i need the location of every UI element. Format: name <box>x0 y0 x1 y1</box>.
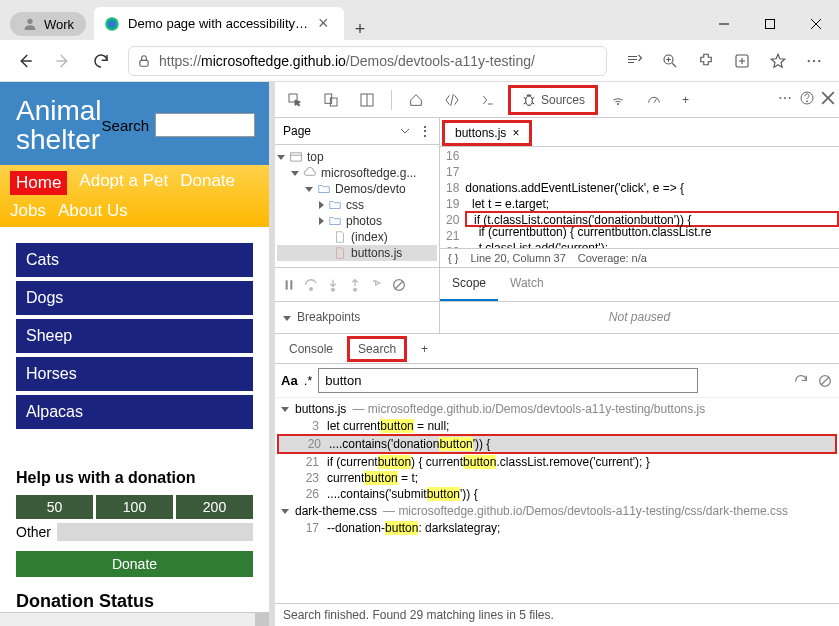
result-line[interactable]: 21if (currentbutton) { currentbutton.cla… <box>277 454 837 470</box>
nav-home[interactable]: Home <box>10 171 67 195</box>
minimize-button[interactable] <box>701 8 747 40</box>
back-button[interactable] <box>8 44 42 78</box>
svg-rect-27 <box>291 153 302 161</box>
refresh-button[interactable] <box>84 44 118 78</box>
nav-adopt[interactable]: Adopt a Pet <box>79 171 168 195</box>
code-editor[interactable]: 1617181920212223 donations.addEventListe… <box>440 147 839 248</box>
address-bar[interactable]: https://microsoftedge.github.io/Demos/de… <box>128 46 607 76</box>
help-icon[interactable] <box>799 90 815 109</box>
step-over-icon[interactable] <box>303 277 319 293</box>
debug-controls <box>275 268 440 301</box>
profile-badge[interactable]: Work <box>10 12 86 36</box>
svg-point-10 <box>808 59 810 61</box>
svg-point-2 <box>108 20 116 28</box>
tree-origin[interactable]: microsoftedge.g... <box>321 166 416 180</box>
horse-button[interactable]: Horses <box>16 357 253 391</box>
watch-tab[interactable]: Watch <box>498 268 556 301</box>
sources-tab[interactable]: Sources <box>508 85 598 115</box>
tree-photos[interactable]: photos <box>346 214 382 228</box>
result-file-1[interactable]: buttons.js— microsoftedge.github.io/Demo… <box>277 400 837 418</box>
step-into-icon[interactable] <box>325 277 341 293</box>
amount-100[interactable]: 100 <box>96 495 173 519</box>
more-button[interactable] <box>797 44 831 78</box>
browser-tab[interactable]: Demo page with accessibility issu × <box>94 7 344 40</box>
tree-index[interactable]: (index) <box>351 230 388 244</box>
result-line[interactable]: 17--donation-button: darkslategray; <box>277 520 837 536</box>
tree-buttons[interactable]: buttons.js <box>351 246 402 260</box>
settings-more-icon[interactable] <box>777 90 793 109</box>
console-tab[interactable] <box>472 86 504 114</box>
search-input[interactable] <box>155 113 255 137</box>
result-line[interactable]: 3let currentbutton = null; <box>277 418 837 434</box>
more-tabs-button[interactable]: + <box>674 87 697 113</box>
file-tab-buttons[interactable]: buttons.js × <box>442 120 532 146</box>
cursor-position: Line 20, Column 37 <box>470 252 565 264</box>
favorites-button[interactable] <box>761 44 795 78</box>
breakpoints-section[interactable]: Breakpoints <box>297 310 360 324</box>
search-input-field[interactable] <box>318 368 698 393</box>
deactivate-icon[interactable] <box>391 277 407 293</box>
search-results: buttons.js— microsoftedge.github.io/Demo… <box>275 398 839 603</box>
close-devtools-icon[interactable] <box>821 91 835 108</box>
bug-icon <box>521 92 537 108</box>
nav-donate[interactable]: Donate <box>180 171 235 195</box>
dock-button[interactable] <box>351 86 383 114</box>
device-button[interactable] <box>315 86 347 114</box>
other-amount-input[interactable] <box>57 523 253 541</box>
nav-about[interactable]: About Us <box>58 201 128 221</box>
search-drawer-tab[interactable]: Search <box>347 336 407 362</box>
devtools-panel: Sources + Page ⋮ <box>275 82 839 626</box>
donate-button[interactable]: Donate <box>16 551 253 577</box>
network-tab[interactable] <box>602 86 634 114</box>
close-file-icon[interactable]: × <box>512 126 519 140</box>
svg-rect-4 <box>766 20 775 29</box>
extensions-button[interactable] <box>689 44 723 78</box>
new-tab-button[interactable]: + <box>344 19 376 40</box>
window-icon <box>289 150 303 164</box>
refresh-search-icon[interactable] <box>793 373 809 389</box>
step-icon[interactable] <box>369 277 385 293</box>
result-line[interactable]: 23currentbutton = t; <box>277 470 837 486</box>
folder-icon <box>317 182 331 196</box>
read-aloud-button[interactable] <box>617 44 651 78</box>
welcome-tab[interactable] <box>400 86 432 114</box>
inspect-button[interactable] <box>279 86 311 114</box>
cat-button[interactable]: Cats <box>16 243 253 277</box>
dog-button[interactable]: Dogs <box>16 281 253 315</box>
step-out-icon[interactable] <box>347 277 363 293</box>
sheep-button[interactable]: Sheep <box>16 319 253 353</box>
svg-point-19 <box>617 103 618 104</box>
site-title: Animal shelter <box>16 96 102 155</box>
result-file-2[interactable]: dark-theme.css— microsoftedge.github.io/… <box>277 502 837 520</box>
add-drawer-tab[interactable]: + <box>411 336 438 362</box>
result-line[interactable]: 26....contains('submitbutton')) { <box>277 486 837 502</box>
elements-tab[interactable] <box>436 86 468 114</box>
file-tab-label: buttons.js <box>455 126 506 140</box>
maximize-button[interactable] <box>747 8 793 40</box>
close-tab-icon[interactable]: × <box>318 13 334 34</box>
js-file-icon <box>333 246 347 260</box>
url-path: /Demos/devtools-a11y-testing/ <box>346 53 535 69</box>
horizontal-scrollbar[interactable] <box>0 612 269 626</box>
nav-jobs[interactable]: Jobs <box>10 201 46 221</box>
performance-tab[interactable] <box>638 86 670 114</box>
amount-200[interactable]: 200 <box>176 495 253 519</box>
scope-tab[interactable]: Scope <box>440 268 498 301</box>
collections-button[interactable] <box>725 44 759 78</box>
tree-folder[interactable]: Demos/devto <box>335 182 406 196</box>
pause-icon[interactable] <box>281 277 297 293</box>
page-nav-label[interactable]: Page <box>283 124 311 138</box>
match-case-button[interactable]: Aa <box>281 373 298 388</box>
other-label: Other <box>16 524 51 540</box>
tree-top[interactable]: top <box>307 150 324 164</box>
amount-50[interactable]: 50 <box>16 495 93 519</box>
clear-search-icon[interactable] <box>817 373 833 389</box>
alpaca-button[interactable]: Alpacas <box>16 395 253 429</box>
zoom-button[interactable] <box>653 44 687 78</box>
close-window-button[interactable] <box>793 8 839 40</box>
chevron-down-icon[interactable] <box>399 125 411 137</box>
console-drawer-tab[interactable]: Console <box>279 336 343 362</box>
regex-button[interactable]: .* <box>304 373 313 388</box>
result-line-selected[interactable]: 20....contains('donationbutton')) { <box>277 434 837 454</box>
tree-css[interactable]: css <box>346 198 364 212</box>
